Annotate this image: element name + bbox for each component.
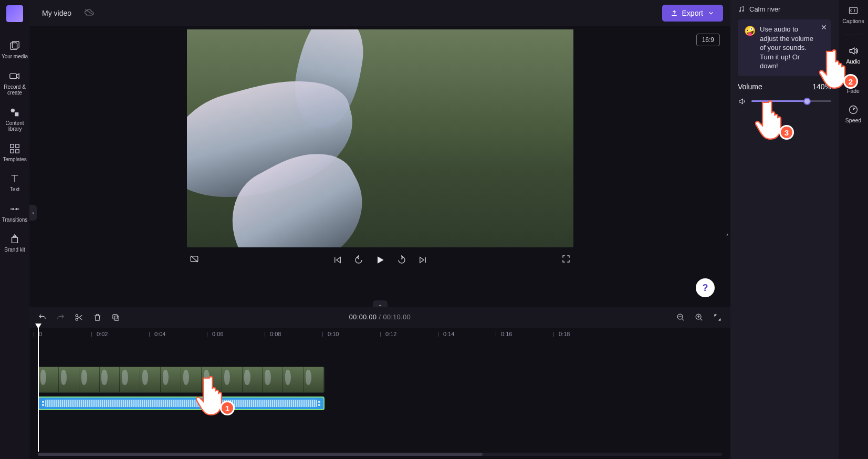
scrollbar-thumb[interactable] — [38, 453, 483, 456]
audio-properties-panel: Calm river 🤪 Use audio to adjust the vol… — [730, 0, 839, 459]
volume-slider-knob[interactable] — [803, 98, 811, 105]
camera-icon — [9, 70, 20, 82]
rail-label: Fade — [847, 88, 860, 94]
svg-point-23 — [739, 11, 740, 12]
svg-line-11 — [191, 256, 198, 262]
ruler-tick: 0:08 — [270, 331, 281, 337]
zoom-out-button[interactable] — [676, 313, 685, 322]
nav-brand-kit[interactable]: Brand kit — [0, 231, 29, 255]
svg-rect-14 — [113, 314, 118, 319]
upload-icon — [671, 9, 678, 17]
audio-clip[interactable] — [38, 397, 325, 410]
nav-text[interactable]: Text — [0, 171, 29, 195]
nav-label: Your media — [2, 54, 28, 60]
skip-forward-button[interactable] — [418, 255, 427, 265]
grid-icon — [9, 143, 20, 154]
duplicate-button[interactable] — [111, 313, 120, 322]
volume-slider[interactable] — [751, 100, 831, 102]
rail-audio[interactable]: Audio — [846, 46, 861, 65]
rail-fade[interactable]: Fade — [847, 75, 860, 94]
preview-viewport[interactable] — [187, 29, 573, 247]
right-panel-collapse-toggle[interactable]: › — [726, 231, 728, 237]
cloud-sync-off-icon[interactable] — [84, 8, 95, 18]
audio-waveform — [45, 400, 317, 407]
nav-label: Templates — [3, 157, 27, 163]
zoom-in-button[interactable] — [695, 313, 704, 322]
project-name-input[interactable]: My video — [37, 6, 77, 20]
timeline-ruler[interactable]: 0 0:02 0:04 0:06 0:08 0:10 0:12 0:14 0:1… — [38, 328, 722, 343]
selected-clip-title: Calm river — [738, 5, 831, 13]
timecode-duration: 00:10.00 — [383, 314, 411, 321]
nav-content-library[interactable]: Content library — [0, 105, 29, 134]
left-sidebar: Your media Record & create Content libra… — [0, 0, 29, 459]
volume-row: Volume 140% — [738, 82, 831, 91]
ruler-tick: 0:12 — [385, 331, 396, 337]
playhead[interactable] — [38, 326, 39, 452]
rail-captions[interactable]: Captions — [842, 5, 864, 24]
redo-button[interactable] — [56, 313, 65, 322]
delete-button[interactable] — [93, 313, 102, 322]
nav-your-media[interactable]: Your media — [0, 38, 29, 62]
ruler-tick: 0:04 — [154, 331, 165, 337]
main-column: My video Export 16:9 — [29, 0, 730, 459]
volume-label: Volume — [738, 82, 762, 91]
stage-area: 16:9 ? ⌄ › — [29, 26, 730, 307]
clip-handle-left[interactable] — [42, 401, 44, 406]
fit-timeline-button[interactable] — [713, 313, 722, 322]
help-button[interactable]: ? — [696, 278, 715, 297]
clip-name: Calm river — [749, 5, 780, 13]
step-forward-button[interactable] — [397, 255, 406, 265]
svg-rect-8 — [16, 149, 19, 152]
nav-transitions[interactable]: Transitions — [0, 201, 29, 225]
brand-kit-icon — [9, 233, 20, 245]
rail-speed[interactable]: Speed — [845, 105, 861, 123]
svg-rect-7 — [11, 149, 14, 152]
app-logo — [6, 5, 23, 22]
timecode-current: 00:00.00 — [349, 314, 377, 321]
timeline-tracks[interactable] — [29, 343, 730, 459]
ruler-tick: 0:16 — [501, 331, 512, 337]
svg-point-3 — [11, 108, 15, 112]
captions-icon — [848, 5, 859, 16]
transport-controls — [185, 247, 575, 273]
ruler-tick: 0:02 — [97, 331, 108, 337]
hide-preview-icon[interactable] — [190, 254, 199, 266]
play-button[interactable] — [375, 255, 385, 265]
clip-handle-right[interactable] — [318, 401, 320, 406]
fullscreen-button[interactable] — [561, 254, 571, 266]
fade-icon — [848, 75, 859, 86]
media-stack-icon — [9, 40, 20, 51]
topbar: My video Export — [29, 0, 730, 26]
timeline-scrollbar[interactable] — [38, 453, 722, 456]
export-label: Export — [682, 9, 703, 17]
export-button[interactable]: Export — [662, 5, 723, 22]
nav-record-create[interactable]: Record & create — [0, 68, 29, 98]
svg-rect-0 — [11, 43, 17, 50]
nav-templates[interactable]: Templates — [0, 141, 29, 165]
ruler-tick: 0:18 — [559, 331, 570, 337]
timeline-wrap: 00:00.00 / 00:10.00 0 0:02 0:04 0:06 0:0… — [29, 307, 730, 459]
ruler-tick: 0:14 — [443, 331, 454, 337]
rail-label: Speed — [845, 117, 861, 123]
step-back-button[interactable] — [354, 255, 363, 265]
undo-button[interactable] — [38, 313, 47, 322]
tip-close-button[interactable]: ✕ — [821, 23, 827, 33]
ruler-tick: 0:06 — [212, 331, 223, 337]
svg-rect-6 — [16, 144, 19, 147]
skip-back-button[interactable] — [333, 255, 342, 265]
transition-icon — [9, 203, 20, 215]
shapes-icon — [9, 107, 20, 118]
aspect-ratio-badge[interactable]: 16:9 — [696, 34, 720, 46]
svg-rect-1 — [12, 41, 19, 48]
speaker-icon[interactable] — [738, 97, 746, 106]
tip-card: 🤪 Use audio to adjust the volume of your… — [738, 19, 831, 76]
video-clip[interactable] — [38, 367, 325, 393]
tip-text: Use audio to adjust the volume of your s… — [760, 25, 815, 71]
music-note-icon — [738, 6, 745, 13]
right-tool-rail: Captions Audio Fade Speed — [839, 0, 868, 459]
rail-label: Captions — [842, 18, 864, 24]
split-button[interactable] — [75, 313, 83, 322]
svg-rect-2 — [10, 74, 17, 78]
svg-rect-5 — [11, 144, 14, 147]
nav-label: Transitions — [2, 217, 28, 223]
